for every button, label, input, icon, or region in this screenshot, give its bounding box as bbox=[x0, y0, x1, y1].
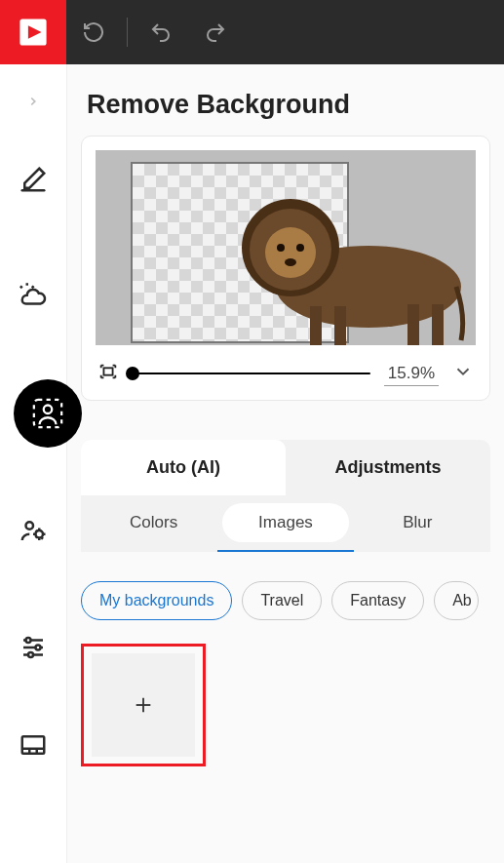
chip-fantasy[interactable]: Fantasy bbox=[331, 581, 424, 620]
svg-line-5 bbox=[32, 286, 34, 288]
sub-tab-images[interactable]: Images bbox=[222, 503, 348, 542]
svg-point-2 bbox=[39, 20, 44, 25]
sub-tab-colors[interactable]: Colors bbox=[91, 503, 216, 542]
zoom-value[interactable]: 15.9% bbox=[384, 362, 439, 386]
svg-rect-16 bbox=[22, 736, 45, 754]
tabs-card: Auto (AI) Adjustments Colors Images Blur bbox=[81, 440, 490, 552]
zoom-slider-thumb[interactable] bbox=[126, 367, 139, 380]
top-actions bbox=[66, 0, 243, 64]
svg-point-14 bbox=[36, 646, 41, 650]
svg-line-4 bbox=[20, 286, 22, 288]
main-tabs: Auto (AI) Adjustments bbox=[81, 440, 490, 495]
svg-rect-24 bbox=[432, 304, 444, 345]
svg-rect-21 bbox=[310, 306, 322, 345]
chip-my-backgrounds[interactable]: My backgrounds bbox=[81, 581, 232, 620]
sidebar-item-sliders[interactable] bbox=[0, 589, 66, 706]
zoom-slider[interactable] bbox=[133, 373, 370, 374]
add-background-highlight bbox=[81, 644, 206, 766]
main-panel: Remove Background bbox=[66, 64, 504, 863]
svg-point-28 bbox=[277, 244, 285, 252]
chip-abstract[interactable]: Ab bbox=[434, 581, 479, 620]
tab-auto-ai[interactable]: Auto (AI) bbox=[81, 440, 286, 495]
svg-point-27 bbox=[265, 227, 316, 278]
svg-point-30 bbox=[285, 258, 296, 266]
app-logo[interactable] bbox=[0, 0, 66, 64]
svg-point-29 bbox=[296, 244, 304, 252]
svg-rect-23 bbox=[407, 304, 419, 345]
sub-tab-blur[interactable]: Blur bbox=[355, 503, 481, 542]
svg-point-6 bbox=[44, 406, 53, 414]
preview-image[interactable] bbox=[96, 150, 476, 345]
sub-tabs: Colors Images Blur bbox=[81, 495, 490, 552]
svg-rect-31 bbox=[103, 368, 112, 374]
category-chips: My backgrounds Travel Fantasy Ab bbox=[81, 581, 490, 620]
collapse-sidebar-button[interactable] bbox=[0, 82, 66, 121]
zoom-dropdown-icon[interactable] bbox=[452, 361, 474, 386]
subject-lion bbox=[222, 179, 466, 345]
svg-point-15 bbox=[28, 652, 33, 657]
separator bbox=[127, 18, 128, 47]
sidebar-item-weather[interactable] bbox=[0, 238, 66, 355]
preview-card: 15.9% bbox=[81, 136, 490, 401]
redo-button[interactable] bbox=[188, 0, 243, 64]
undo-button[interactable] bbox=[134, 0, 188, 64]
backgrounds-grid bbox=[81, 644, 504, 766]
top-bar bbox=[0, 0, 504, 64]
sidebar-item-eraser[interactable] bbox=[0, 121, 66, 238]
chip-travel[interactable]: Travel bbox=[242, 581, 322, 620]
tab-adjustments[interactable]: Adjustments bbox=[286, 440, 490, 495]
sidebar-item-layout[interactable] bbox=[0, 706, 66, 784]
revert-button[interactable] bbox=[66, 0, 121, 64]
svg-point-8 bbox=[26, 522, 34, 530]
page-title: Remove Background bbox=[87, 90, 504, 120]
svg-rect-22 bbox=[334, 306, 346, 345]
fit-screen-icon[interactable] bbox=[97, 361, 119, 386]
sidebar-item-remove-bg[interactable] bbox=[0, 355, 66, 472]
add-background-tile[interactable] bbox=[92, 653, 195, 757]
zoom-controls: 15.9% bbox=[96, 361, 476, 386]
sidebar bbox=[0, 64, 66, 863]
sidebar-item-people-settings[interactable] bbox=[0, 472, 66, 589]
svg-point-13 bbox=[26, 638, 31, 643]
sub-tab-indicator bbox=[217, 550, 354, 552]
